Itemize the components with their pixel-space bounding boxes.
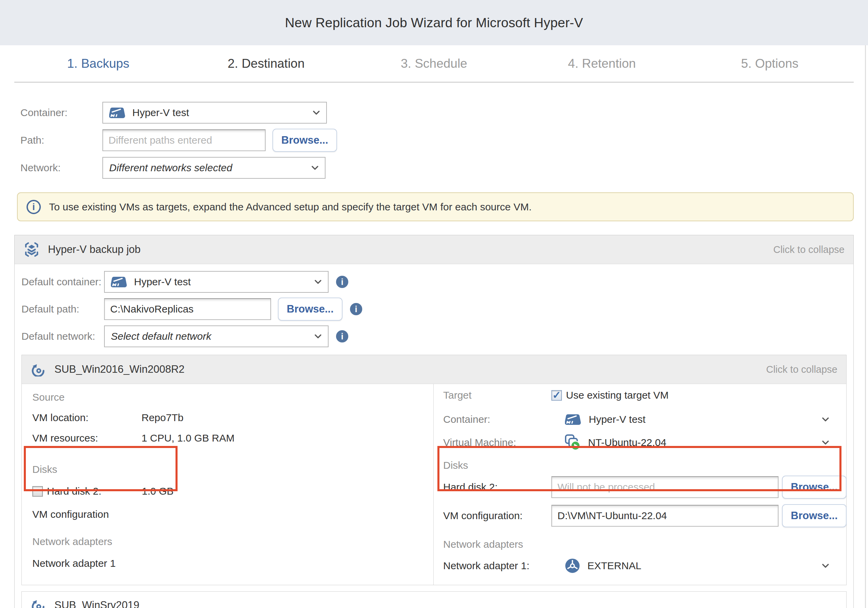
- target-network-adapter-row: Network adapter 1: EXTERNAL: [443, 555, 846, 577]
- page-title: New Replication Job Wizard for Microsoft…: [285, 15, 583, 30]
- default-network-label: Default network:: [22, 331, 104, 342]
- info-banner-text: To use existing VMs as targets, expand t…: [49, 201, 532, 213]
- target-container-row: Container: Hyper-V test: [443, 409, 846, 430]
- target-vm-value: NT-Ubuntu-22.04: [588, 437, 666, 448]
- target-disks-heading: Disks: [443, 460, 846, 471]
- target-vm-label: Virtual Machine:: [443, 437, 551, 448]
- target-container-label: Container:: [443, 414, 551, 425]
- vm-resources-value: 1 CPU, 1.0 GB RAM: [141, 432, 234, 444]
- default-path-browse-button[interactable]: Browse...: [278, 297, 343, 321]
- backup-job-section: Hyper-V backup job Click to collapse Def…: [14, 235, 854, 608]
- tab-retention: 4. Retention: [518, 56, 686, 71]
- source-network-adapter-row: Network adapter 1: [32, 558, 433, 569]
- container-dropdown[interactable]: Hyper-V test: [102, 102, 327, 124]
- hard-disk-label: Hard disk 2:: [47, 485, 142, 497]
- target-hard-disk-row: Hard disk 2: Browse...: [443, 476, 846, 498]
- default-container-dropdown[interactable]: Hyper-V test: [104, 271, 329, 293]
- default-network-row: Default network: Select default network …: [22, 325, 853, 347]
- backup-job-title: Hyper-V backup job: [48, 243, 141, 256]
- vm-subjob-title: SUB_Win2016_Win2008R2: [54, 363, 185, 375]
- vm-resources-label: VM resources:: [32, 432, 141, 444]
- network-icon: [565, 558, 580, 573]
- default-path-label: Default path:: [22, 303, 104, 315]
- tab-destination[interactable]: 2. Destination: [182, 56, 350, 71]
- target-heading-row: Target ✓ Use existing target VM: [443, 389, 846, 401]
- defaults-form: Default container: Hyper-V test i Defaul…: [15, 264, 853, 347]
- scrollbar-track[interactable]: [865, 45, 866, 608]
- info-icon[interactable]: i: [336, 276, 348, 288]
- path-row: Path: Browse...: [20, 129, 868, 151]
- default-path-input[interactable]: [104, 298, 271, 320]
- info-icon[interactable]: i: [350, 303, 362, 315]
- hard-disk-size: 1.0 GB: [142, 485, 174, 497]
- info-banner: i To use existing VMs as targets, expand…: [17, 192, 854, 221]
- collapse-hint: Click to collapse: [773, 244, 845, 255]
- target-hard-disk-label: Hard disk 2:: [443, 481, 551, 493]
- info-icon[interactable]: i: [336, 330, 348, 342]
- tab-backups[interactable]: 1. Backups: [14, 56, 182, 71]
- chevron-down-icon: [822, 563, 829, 568]
- chevron-down-icon: [314, 334, 322, 339]
- target-vm-config-input[interactable]: [551, 505, 778, 527]
- use-existing-vm-checkbox[interactable]: ✓: [551, 390, 562, 401]
- vm-subjob-title: SUB_WinSrv2019: [54, 599, 140, 608]
- source-network-adapters-heading: Network adapters: [32, 536, 433, 547]
- vm-location-row: VM location: Repo7Tb: [32, 412, 433, 423]
- path-input[interactable]: [102, 129, 266, 151]
- default-network-value: Select default network: [111, 331, 211, 342]
- vm-location-value: Repo7Tb: [141, 412, 183, 423]
- vm-location-label: VM location:: [32, 412, 141, 423]
- chevron-down-icon: [314, 280, 322, 284]
- tab-schedule: 3. Schedule: [350, 56, 518, 71]
- target-network-adapter-value: EXTERNAL: [587, 560, 641, 572]
- container-row: Container: Hyper-V test: [20, 102, 868, 124]
- source-hard-disk-row: Hard disk 2: 1.0 GB: [32, 485, 433, 497]
- default-container-row: Default container: Hyper-V test i: [22, 271, 853, 293]
- chevron-down-icon: [822, 440, 829, 445]
- replication-icon: [31, 362, 46, 376]
- path-label: Path:: [20, 134, 102, 146]
- vm-subjob-header[interactable]: SUB_Win2016_Win2008R2 Click to collapse: [22, 355, 846, 384]
- network-value: Different networks selected: [109, 162, 232, 174]
- hyperv-host-icon: [109, 107, 126, 119]
- source-heading: Source: [32, 392, 433, 403]
- target-vm-row: Virtual Machine: NT-Ubuntu-22.04: [443, 432, 846, 454]
- vm-subjob-winsrv2019[interactable]: SUB_WinSrv2019: [22, 591, 846, 608]
- chevron-down-icon: [313, 110, 320, 115]
- wizard-steps: 1. Backups 2. Destination 3. Schedule 4.…: [14, 45, 854, 83]
- collapse-hint: Click to collapse: [766, 364, 837, 375]
- vm-subjob-win2016: SUB_Win2016_Win2008R2 Click to collapse …: [22, 355, 846, 585]
- network-adapter-name: Network adapter 1: [32, 558, 116, 569]
- target-vm-config-browse-button[interactable]: Browse...: [782, 504, 846, 527]
- info-icon: i: [26, 200, 41, 214]
- backup-job-header[interactable]: Hyper-V backup job Click to collapse: [15, 235, 853, 264]
- use-existing-vm-label: Use existing target VM: [566, 389, 669, 401]
- container-value: Hyper-V test: [132, 107, 189, 118]
- hyperv-host-icon: [111, 276, 127, 288]
- replication-icon: [31, 598, 46, 608]
- replication-job-wizard: New Replication Job Wizard for Microsoft…: [0, 0, 868, 608]
- path-browse-button[interactable]: Browse...: [273, 129, 337, 152]
- target-hard-disk-browse-button[interactable]: Browse...: [782, 476, 846, 499]
- target-vm-config-label: VM configuration:: [443, 510, 551, 521]
- target-hard-disk-input[interactable]: [551, 476, 778, 498]
- target-vm-config-row: VM configuration: Browse...: [443, 504, 846, 527]
- source-disks-heading: Disks: [32, 463, 433, 475]
- hyperv-host-icon: [565, 414, 581, 426]
- network-row: Network: Different networks selected: [20, 157, 868, 179]
- vm-subjob-body: Source VM location: Repo7Tb VM resources…: [22, 384, 846, 585]
- tab-options: 5. Options: [686, 56, 854, 71]
- hard-disk-checkbox[interactable]: [32, 486, 43, 497]
- container-label: Container:: [20, 107, 102, 118]
- target-container-dropdown[interactable]: Hyper-V test: [551, 409, 835, 430]
- wizard-header: New Replication Job Wizard for Microsoft…: [0, 0, 868, 45]
- destination-form: Container: Hyper-V test Path: Browse... …: [20, 102, 868, 179]
- target-network-adapter-label: Network adapter 1:: [443, 560, 551, 572]
- target-vm-dropdown[interactable]: NT-Ubuntu-22.04: [551, 432, 835, 454]
- target-panel: Target ✓ Use existing target VM Containe…: [434, 384, 857, 585]
- default-network-dropdown[interactable]: Select default network: [104, 325, 329, 347]
- network-dropdown[interactable]: Different networks selected: [102, 157, 326, 179]
- target-network-adapter-dropdown[interactable]: EXTERNAL: [551, 555, 835, 577]
- network-label: Network:: [20, 162, 102, 174]
- vm-icon: [565, 434, 581, 451]
